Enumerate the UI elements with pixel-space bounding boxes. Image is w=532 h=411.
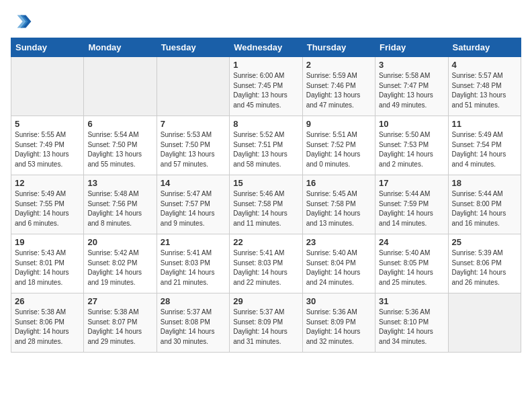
day-info: Sunrise: 5:57 AM Sunset: 7:48 PM Dayligh… xyxy=(452,71,517,110)
week-row-3: 12Sunrise: 5:49 AM Sunset: 7:55 PM Dayli… xyxy=(11,175,521,234)
day-number: 2 xyxy=(306,60,371,70)
day-number: 25 xyxy=(452,237,517,247)
calendar-cell: 16Sunrise: 5:45 AM Sunset: 7:58 PM Dayli… xyxy=(302,175,375,234)
column-header-tuesday: Tuesday xyxy=(157,38,229,57)
day-number: 28 xyxy=(161,296,226,306)
day-info: Sunrise: 5:54 AM Sunset: 7:50 PM Dayligh… xyxy=(87,130,152,169)
week-row-5: 26Sunrise: 5:38 AM Sunset: 8:06 PM Dayli… xyxy=(11,293,521,353)
day-number: 22 xyxy=(233,237,298,247)
calendar-cell: 5Sunrise: 5:55 AM Sunset: 7:49 PM Daylig… xyxy=(11,116,84,175)
day-info: Sunrise: 5:44 AM Sunset: 8:00 PM Dayligh… xyxy=(452,189,517,228)
day-number: 7 xyxy=(161,119,226,129)
calendar-cell: 30Sunrise: 5:36 AM Sunset: 8:09 PM Dayli… xyxy=(302,293,375,353)
column-header-saturday: Saturday xyxy=(448,38,521,57)
day-info: Sunrise: 5:46 AM Sunset: 7:58 PM Dayligh… xyxy=(233,189,298,228)
day-info: Sunrise: 5:52 AM Sunset: 7:51 PM Dayligh… xyxy=(233,130,298,169)
day-info: Sunrise: 5:43 AM Sunset: 8:01 PM Dayligh… xyxy=(15,248,80,287)
calendar-cell: 1Sunrise: 6:00 AM Sunset: 7:45 PM Daylig… xyxy=(230,57,302,116)
day-number: 20 xyxy=(87,237,152,247)
day-info: Sunrise: 5:49 AM Sunset: 7:55 PM Dayligh… xyxy=(15,189,80,228)
day-number: 26 xyxy=(15,296,80,306)
day-number: 19 xyxy=(15,237,80,247)
day-info: Sunrise: 5:44 AM Sunset: 7:59 PM Dayligh… xyxy=(379,189,444,228)
day-info: Sunrise: 5:36 AM Sunset: 8:09 PM Dayligh… xyxy=(306,308,371,347)
calendar-cell: 23Sunrise: 5:40 AM Sunset: 8:04 PM Dayli… xyxy=(302,234,375,293)
day-info: Sunrise: 6:00 AM Sunset: 7:45 PM Dayligh… xyxy=(233,71,298,110)
day-info: Sunrise: 5:51 AM Sunset: 7:52 PM Dayligh… xyxy=(306,130,371,169)
day-info: Sunrise: 5:37 AM Sunset: 8:08 PM Dayligh… xyxy=(161,308,226,347)
day-number: 16 xyxy=(306,178,371,188)
day-info: Sunrise: 5:39 AM Sunset: 8:06 PM Dayligh… xyxy=(452,248,517,287)
logo-icon xyxy=(11,11,32,32)
day-info: Sunrise: 5:49 AM Sunset: 7:54 PM Dayligh… xyxy=(452,130,517,169)
day-info: Sunrise: 5:41 AM Sunset: 8:03 PM Dayligh… xyxy=(161,248,226,287)
day-info: Sunrise: 5:38 AM Sunset: 8:07 PM Dayligh… xyxy=(87,308,152,347)
day-number: 23 xyxy=(306,237,371,247)
calendar-cell: 19Sunrise: 5:43 AM Sunset: 8:01 PM Dayli… xyxy=(11,234,84,293)
calendar-cell: 27Sunrise: 5:38 AM Sunset: 8:07 PM Dayli… xyxy=(84,293,157,353)
day-info: Sunrise: 5:42 AM Sunset: 8:02 PM Dayligh… xyxy=(87,248,152,287)
day-number: 9 xyxy=(306,119,371,129)
column-header-thursday: Thursday xyxy=(302,38,375,57)
day-number: 31 xyxy=(379,296,444,306)
calendar-cell: 24Sunrise: 5:40 AM Sunset: 8:05 PM Dayli… xyxy=(375,234,448,293)
calendar-table: SundayMondayTuesdayWednesdayThursdayFrid… xyxy=(11,38,521,353)
day-number: 11 xyxy=(452,119,517,129)
calendar-cell: 18Sunrise: 5:44 AM Sunset: 8:00 PM Dayli… xyxy=(448,175,521,234)
day-info: Sunrise: 5:40 AM Sunset: 8:04 PM Dayligh… xyxy=(306,248,371,287)
calendar-cell: 8Sunrise: 5:52 AM Sunset: 7:51 PM Daylig… xyxy=(230,116,302,175)
day-info: Sunrise: 5:50 AM Sunset: 7:53 PM Dayligh… xyxy=(379,130,444,169)
day-info: Sunrise: 5:41 AM Sunset: 8:03 PM Dayligh… xyxy=(233,248,298,287)
calendar-cell: 21Sunrise: 5:41 AM Sunset: 8:03 PM Dayli… xyxy=(157,234,229,293)
calendar-cell: 20Sunrise: 5:42 AM Sunset: 8:02 PM Dayli… xyxy=(84,234,157,293)
column-header-friday: Friday xyxy=(375,38,448,57)
day-number: 30 xyxy=(306,296,371,306)
day-info: Sunrise: 5:37 AM Sunset: 8:09 PM Dayligh… xyxy=(233,308,298,347)
calendar-cell: 25Sunrise: 5:39 AM Sunset: 8:06 PM Dayli… xyxy=(448,234,521,293)
column-header-wednesday: Wednesday xyxy=(230,38,302,57)
week-row-1: 1Sunrise: 6:00 AM Sunset: 7:45 PM Daylig… xyxy=(11,57,521,116)
calendar-cell xyxy=(157,57,229,116)
week-row-4: 19Sunrise: 5:43 AM Sunset: 8:01 PM Dayli… xyxy=(11,234,521,293)
day-info: Sunrise: 5:36 AM Sunset: 8:10 PM Dayligh… xyxy=(379,308,444,347)
calendar-cell: 13Sunrise: 5:48 AM Sunset: 7:56 PM Dayli… xyxy=(84,175,157,234)
calendar-cell: 28Sunrise: 5:37 AM Sunset: 8:08 PM Dayli… xyxy=(157,293,229,353)
day-info: Sunrise: 5:38 AM Sunset: 8:06 PM Dayligh… xyxy=(15,308,80,347)
calendar-cell: 10Sunrise: 5:50 AM Sunset: 7:53 PM Dayli… xyxy=(375,116,448,175)
calendar-cell: 6Sunrise: 5:54 AM Sunset: 7:50 PM Daylig… xyxy=(84,116,157,175)
logo xyxy=(11,11,35,32)
day-number: 14 xyxy=(161,178,226,188)
column-header-sunday: Sunday xyxy=(11,38,84,57)
calendar-cell: 7Sunrise: 5:53 AM Sunset: 7:50 PM Daylig… xyxy=(157,116,229,175)
day-info: Sunrise: 5:55 AM Sunset: 7:49 PM Dayligh… xyxy=(15,130,80,169)
week-row-2: 5Sunrise: 5:55 AM Sunset: 7:49 PM Daylig… xyxy=(11,116,521,175)
day-info: Sunrise: 5:45 AM Sunset: 7:58 PM Dayligh… xyxy=(306,189,371,228)
calendar-cell: 17Sunrise: 5:44 AM Sunset: 7:59 PM Dayli… xyxy=(375,175,448,234)
day-number: 18 xyxy=(452,178,517,188)
calendar-cell: 15Sunrise: 5:46 AM Sunset: 7:58 PM Dayli… xyxy=(230,175,302,234)
day-number: 17 xyxy=(379,178,444,188)
day-number: 6 xyxy=(87,119,152,129)
calendar-cell: 26Sunrise: 5:38 AM Sunset: 8:06 PM Dayli… xyxy=(11,293,84,353)
day-number: 24 xyxy=(379,237,444,247)
day-number: 10 xyxy=(379,119,444,129)
day-number: 15 xyxy=(233,178,298,188)
calendar-cell: 11Sunrise: 5:49 AM Sunset: 7:54 PM Dayli… xyxy=(448,116,521,175)
calendar-cell: 31Sunrise: 5:36 AM Sunset: 8:10 PM Dayli… xyxy=(375,293,448,353)
day-number: 5 xyxy=(15,119,80,129)
calendar-cell xyxy=(448,293,521,353)
day-info: Sunrise: 5:53 AM Sunset: 7:50 PM Dayligh… xyxy=(161,130,226,169)
day-number: 4 xyxy=(452,60,517,70)
calendar-cell: 29Sunrise: 5:37 AM Sunset: 8:09 PM Dayli… xyxy=(230,293,302,353)
column-header-monday: Monday xyxy=(84,38,157,57)
day-info: Sunrise: 5:48 AM Sunset: 7:56 PM Dayligh… xyxy=(87,189,152,228)
day-number: 3 xyxy=(379,60,444,70)
day-info: Sunrise: 5:59 AM Sunset: 7:46 PM Dayligh… xyxy=(306,71,371,110)
calendar-cell: 9Sunrise: 5:51 AM Sunset: 7:52 PM Daylig… xyxy=(302,116,375,175)
day-info: Sunrise: 5:40 AM Sunset: 8:05 PM Dayligh… xyxy=(379,248,444,287)
calendar-cell xyxy=(11,57,84,116)
day-number: 21 xyxy=(161,237,226,247)
calendar-cell: 3Sunrise: 5:58 AM Sunset: 7:47 PM Daylig… xyxy=(375,57,448,116)
day-number: 13 xyxy=(87,178,152,188)
page-header xyxy=(11,11,521,32)
